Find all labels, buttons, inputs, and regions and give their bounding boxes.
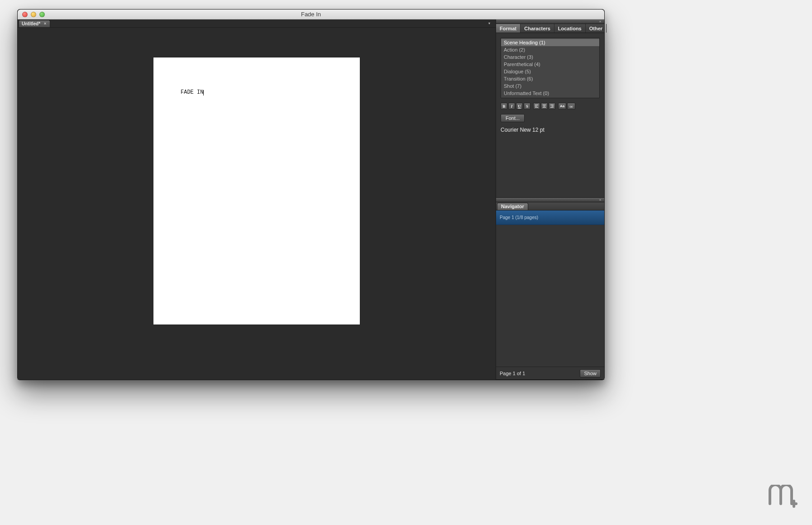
document-tab[interactable]: Untitled* × — [19, 20, 50, 27]
tab-navigator[interactable]: Navigator — [497, 203, 528, 210]
element-dialogue[interactable]: Dialogue (5) — [501, 68, 599, 75]
navigator-panel-header: × — [496, 198, 604, 202]
navigator-footer: Page 1 of 1 Show — [496, 367, 604, 379]
element-transition[interactable]: Transition (6) — [501, 75, 599, 82]
element-parenthetical[interactable]: Parenthetical (4) — [501, 61, 599, 68]
titlebar: Fade In — [18, 10, 604, 19]
script-text[interactable]: FADE IN — [181, 89, 204, 95]
script-page[interactable]: FADE IN — [153, 57, 360, 325]
window-title: Fade In — [18, 11, 604, 18]
format-panel-header: × — [496, 19, 604, 24]
format-panel-close-icon[interactable]: × — [598, 19, 602, 24]
sidebar-tabs: Format Characters Locations Other — [496, 24, 604, 33]
show-button[interactable]: Show — [580, 369, 601, 377]
document-tab-bar: Untitled* × ▾ — [18, 19, 496, 28]
sidebar: × Format Characters Locations Other Scen… — [496, 19, 604, 380]
font-display: Courier New 12 pt — [501, 127, 600, 133]
navigator-panel: × Navigator Page 1 (1/8 pages) Page 1 of… — [496, 198, 604, 380]
page-canvas[interactable]: FADE IN — [18, 28, 496, 380]
tab-other[interactable]: Other — [586, 24, 607, 33]
editor-region: Untitled* × ▾ FADE IN — [18, 19, 496, 380]
element-scene-heading[interactable]: Scene Heading (1) — [501, 39, 599, 46]
font-button[interactable]: Font... — [501, 114, 525, 122]
tab-locations[interactable]: Locations — [554, 24, 586, 33]
element-shot[interactable]: Shot (7) — [501, 82, 599, 90]
link-button[interactable]: ∞ — [567, 103, 575, 110]
align-center-button[interactable] — [541, 103, 548, 110]
watermark-logo — [768, 485, 799, 518]
tab-overflow-icon[interactable]: ▾ — [488, 21, 493, 26]
element-unformatted[interactable]: Unformatted Text (0) — [501, 90, 599, 97]
navigator-list[interactable]: Page 1 (1/8 pages) — [496, 210, 604, 367]
page-indicator: Page 1 of 1 — [500, 371, 525, 376]
italic-button[interactable]: I — [508, 103, 515, 110]
navigator-panel-close-icon[interactable]: × — [598, 198, 602, 202]
element-type-list[interactable]: Scene Heading (1) Action (2) Character (… — [501, 38, 600, 98]
bold-button[interactable]: B — [501, 103, 507, 110]
element-character[interactable]: Character (3) — [501, 53, 599, 61]
tab-format[interactable]: Format — [496, 24, 521, 33]
document-tab-label: Untitled* — [22, 21, 40, 26]
underline-button[interactable]: U — [516, 103, 523, 110]
element-action[interactable]: Action (2) — [501, 46, 599, 53]
strike-button[interactable]: S — [524, 103, 530, 110]
close-tab-icon[interactable]: × — [44, 21, 46, 26]
app-window: Fade In Untitled* × ▾ FADE IN — [17, 9, 605, 380]
case-button[interactable]: Aa — [558, 103, 566, 110]
tab-characters[interactable]: Characters — [521, 24, 554, 33]
align-right-button[interactable] — [549, 103, 555, 110]
format-toolbar: B I U S — [501, 103, 600, 110]
align-left-button[interactable] — [533, 103, 540, 110]
format-panel: × Format Characters Locations Other Scen… — [496, 19, 604, 198]
navigator-tab-bar: Navigator — [496, 202, 604, 210]
navigator-item[interactable]: Page 1 (1/8 pages) — [496, 210, 604, 225]
